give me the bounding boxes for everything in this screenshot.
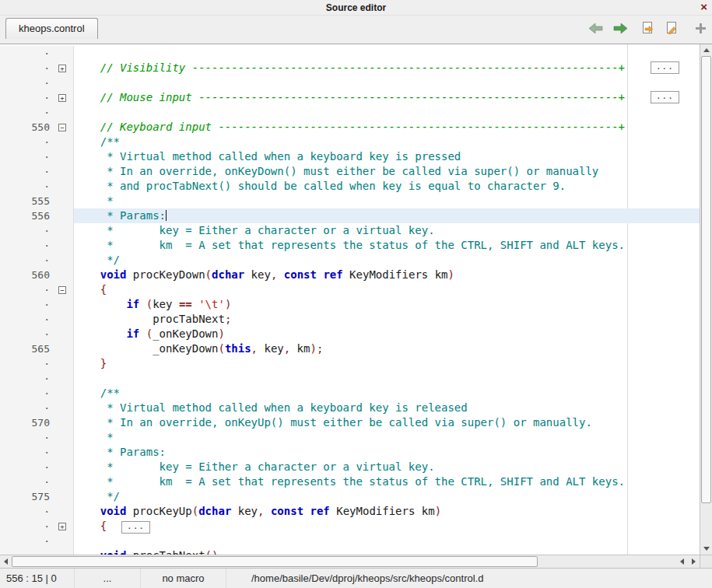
code-line[interactable]: · if (_onKeyDown) [0, 327, 700, 341]
line-number[interactable]: · [0, 474, 53, 489]
code-line[interactable]: 565 _onKeyDown(this, key, km); [0, 341, 700, 356]
code-line[interactable]: · * key = Either a character or a virtua… [0, 223, 700, 238]
code-line[interactable]: 556 * Params: [0, 208, 700, 223]
line-number[interactable]: · [0, 282, 53, 297]
line-number[interactable]: · [0, 519, 53, 534]
code-line[interactable]: · */ [0, 253, 700, 268]
fold-expand-icon[interactable]: + [58, 94, 66, 102]
code-text[interactable]: // Keyboard input ----------------------… [74, 120, 700, 135]
code-line[interactable]: · * km = A set that represents the statu… [0, 238, 700, 253]
code-line[interactable]: 555 * [0, 194, 700, 208]
line-number[interactable]: · [0, 534, 53, 548]
line-number[interactable]: 555 [0, 194, 53, 208]
line-number[interactable]: · [0, 312, 53, 327]
code-line[interactable]: · * Params: [0, 445, 700, 460]
line-number[interactable]: · [0, 135, 53, 149]
code-line[interactable]: · [0, 75, 700, 90]
open-document-button[interactable] [640, 19, 657, 37]
code-text[interactable]: { [74, 282, 700, 297]
code-line[interactable]: · * and procTabNext() should be called w… [0, 179, 700, 194]
code-text[interactable]: */ [74, 253, 700, 268]
code-line[interactable]: · /** [0, 135, 700, 149]
line-number[interactable]: · [0, 149, 53, 164]
code-line[interactable]: · } [0, 356, 700, 371]
code-line[interactable]: ·+ // Visibility -----------------------… [0, 61, 700, 75]
horizontal-scrollbar[interactable] [0, 555, 700, 568]
folded-code-ellipsis[interactable]: ... [121, 521, 150, 534]
code-line[interactable]: · [0, 105, 700, 120]
vertical-scrollbar[interactable] [700, 44, 712, 555]
code-text[interactable]: // Mouse input -------------------------… [74, 90, 700, 105]
code-text[interactable] [74, 46, 700, 61]
code-line[interactable]: ·+ { ... [0, 519, 700, 534]
code-line[interactable]: · [0, 371, 700, 386]
line-number[interactable]: · [0, 105, 53, 120]
scroll-up-button[interactable] [700, 44, 712, 56]
code-text[interactable]: void procKeyDown(dchar key, const ref Ke… [74, 268, 700, 282]
code-line[interactable]: · [0, 534, 700, 548]
code-line[interactable]: · * key = Either a character or a virtua… [0, 460, 700, 474]
horizontal-scrollbar-thumb[interactable] [12, 556, 538, 567]
line-number[interactable]: 560 [0, 268, 53, 282]
line-number[interactable]: · [0, 327, 53, 341]
scroll-right-button[interactable] [688, 555, 700, 568]
fold-expand-icon[interactable]: + [58, 523, 66, 530]
code-text[interactable]: if (key == '\t') [74, 297, 700, 312]
code-line[interactable]: 575 */ [0, 489, 700, 504]
line-number[interactable]: · [0, 386, 53, 401]
line-number[interactable]: · [0, 253, 53, 268]
fold-expand-icon[interactable]: + [58, 65, 66, 72]
dock-handle-icon[interactable] [692, 19, 709, 37]
line-number[interactable]: · [0, 90, 53, 105]
line-number[interactable]: · [0, 179, 53, 194]
code-text[interactable]: } [74, 356, 700, 371]
line-number[interactable]: · [0, 460, 53, 474]
scroll-left-button[interactable] [0, 555, 12, 568]
code-line[interactable]: · * Virtual method called when a keyboar… [0, 149, 700, 164]
folded-region-ellipsis[interactable]: ... [651, 61, 679, 74]
line-number[interactable]: · [0, 297, 53, 312]
code-text[interactable]: void procKeyUp(dchar key, const ref KeyM… [74, 504, 700, 519]
scrollbar-track[interactable] [538, 555, 676, 568]
fold-collapse-icon[interactable]: − [58, 124, 66, 131]
code-text[interactable]: /** [74, 386, 700, 401]
vertical-scrollbar-thumb[interactable] [701, 56, 711, 503]
code-text[interactable] [74, 371, 700, 386]
scroll-down-button[interactable] [700, 543, 712, 555]
line-number[interactable]: · [0, 548, 53, 555]
code-line[interactable]: · * Virtual method called when a keyboar… [0, 401, 700, 415]
code-text[interactable]: * In an override, onKeyDown() must eithe… [74, 164, 700, 179]
code-text[interactable]: { ... [74, 519, 700, 534]
go-forward-button[interactable] [612, 19, 629, 37]
code-text[interactable]: * [74, 194, 700, 208]
code-line[interactable]: 560 void procKeyDown(dchar key, const re… [0, 268, 700, 282]
fold-collapse-icon[interactable]: − [58, 286, 66, 294]
line-number[interactable]: 565 [0, 341, 53, 356]
code-text[interactable]: * In an override, onKeyUp() must either … [74, 415, 700, 430]
code-line[interactable]: · * In an override, onKeyDown() must eit… [0, 164, 700, 179]
line-number[interactable]: 550 [0, 120, 53, 135]
line-number[interactable]: 575 [0, 489, 53, 504]
code-text[interactable]: * Virtual method called when a keyboard … [74, 149, 700, 164]
code-line[interactable]: 570 * In an override, onKeyUp() must eit… [0, 415, 700, 430]
code-text[interactable] [74, 105, 700, 120]
line-number[interactable]: · [0, 75, 53, 90]
close-icon[interactable]: × [700, 1, 707, 13]
code-text[interactable]: * km = A set that represents the status … [74, 238, 700, 253]
code-text[interactable]: // Visibility --------------------------… [74, 61, 700, 75]
code-text[interactable] [74, 75, 700, 90]
line-number[interactable]: · [0, 46, 53, 61]
save-document-button[interactable] [664, 19, 681, 37]
line-number[interactable]: · [0, 371, 53, 386]
line-number[interactable]: 556 [0, 208, 53, 223]
line-number[interactable]: · [0, 238, 53, 253]
code-text[interactable]: /** [74, 135, 700, 149]
code-line[interactable]: · * [0, 430, 700, 445]
code-text[interactable]: * Params: [74, 208, 700, 223]
tab-kheops-control[interactable]: kheops.control [5, 18, 98, 39]
code-line[interactable]: · * km = A set that represents the statu… [0, 474, 700, 489]
code-line[interactable]: · [0, 46, 700, 61]
code-text[interactable]: * key = Either a character or a virtual … [74, 223, 700, 238]
line-number[interactable]: 570 [0, 415, 53, 430]
line-number[interactable]: · [0, 223, 53, 238]
